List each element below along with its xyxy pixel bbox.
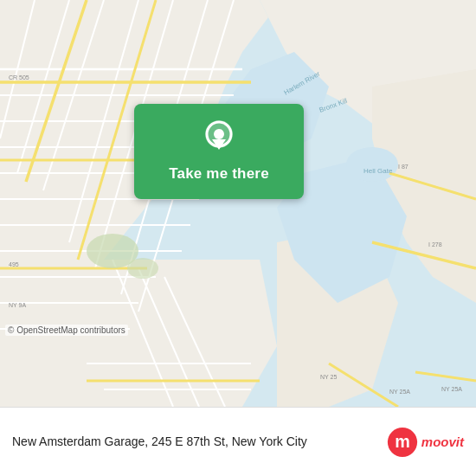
moovit-icon: m [387, 427, 418, 458]
address-text: New Amsterdam Garage, 245 E 87th St, New… [12, 434, 307, 448]
svg-text:495: 495 [9, 261, 19, 267]
svg-text:NY 9A: NY 9A [9, 302, 26, 308]
map-svg: CR 505 495 NY 9A I 87 I 278 NY 25 NY 25A… [0, 0, 476, 407]
svg-point-52 [127, 258, 158, 279]
moovit-logo: m moovit [387, 427, 464, 458]
map-attribution: © OpenStreetMap contributors [5, 325, 128, 336]
bottom-bar: New Amsterdam Garage, 245 E 87th St, New… [0, 407, 476, 476]
location-pin-icon [203, 120, 235, 158]
svg-text:Hell Gate: Hell Gate [363, 167, 393, 175]
take-me-there-button[interactable]: Take me there [134, 104, 304, 199]
svg-text:I 87: I 87 [398, 164, 408, 170]
svg-text:NY 25A: NY 25A [389, 389, 410, 395]
take-me-there-label: Take me there [169, 165, 269, 183]
map-container: CR 505 495 NY 9A I 87 I 278 NY 25 NY 25A… [0, 0, 476, 407]
svg-text:CR 505: CR 505 [9, 74, 29, 80]
address-block: New Amsterdam Garage, 245 E 87th St, New… [12, 434, 387, 451]
svg-point-9 [346, 147, 398, 182]
svg-text:NY 25A: NY 25A [441, 386, 462, 392]
svg-text:m: m [395, 432, 410, 451]
svg-text:I 278: I 278 [428, 241, 442, 248]
svg-text:NY 25: NY 25 [320, 374, 337, 380]
svg-point-58 [214, 129, 224, 139]
moovit-wordmark: moovit [421, 434, 464, 449]
